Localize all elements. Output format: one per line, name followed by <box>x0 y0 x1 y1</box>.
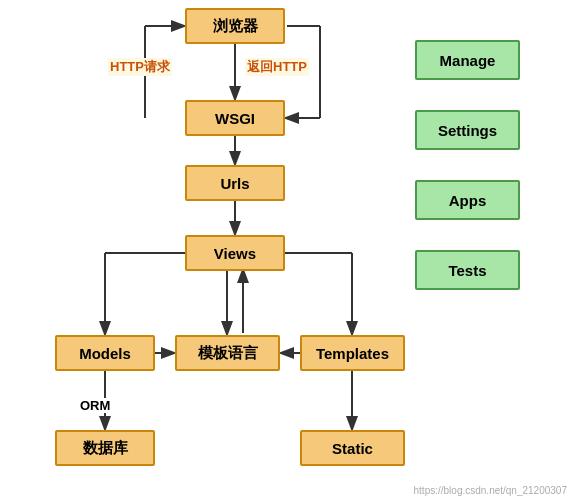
diagram-container: 浏览器 WSGI Urls Views Models Templates 模板语… <box>0 0 573 500</box>
moban-box: 模板语言 <box>175 335 280 371</box>
static-box: Static <box>300 430 405 466</box>
settings-box: Settings <box>415 110 520 150</box>
views-box: Views <box>185 235 285 271</box>
return-http-label: 返回HTTP <box>245 58 309 76</box>
wsgi-box: WSGI <box>185 100 285 136</box>
urls-box: Urls <box>185 165 285 201</box>
templates-box: Templates <box>300 335 405 371</box>
apps-box: Apps <box>415 180 520 220</box>
database-box: 数据库 <box>55 430 155 466</box>
http-request-label: HTTP请求 <box>108 58 172 76</box>
tests-box: Tests <box>415 250 520 290</box>
manage-box: Manage <box>415 40 520 80</box>
browser-box: 浏览器 <box>185 8 285 44</box>
watermark: https://blog.csdn.net/qn_21200307 <box>414 485 567 496</box>
models-box: Models <box>55 335 155 371</box>
orm-label: ORM <box>78 398 112 413</box>
